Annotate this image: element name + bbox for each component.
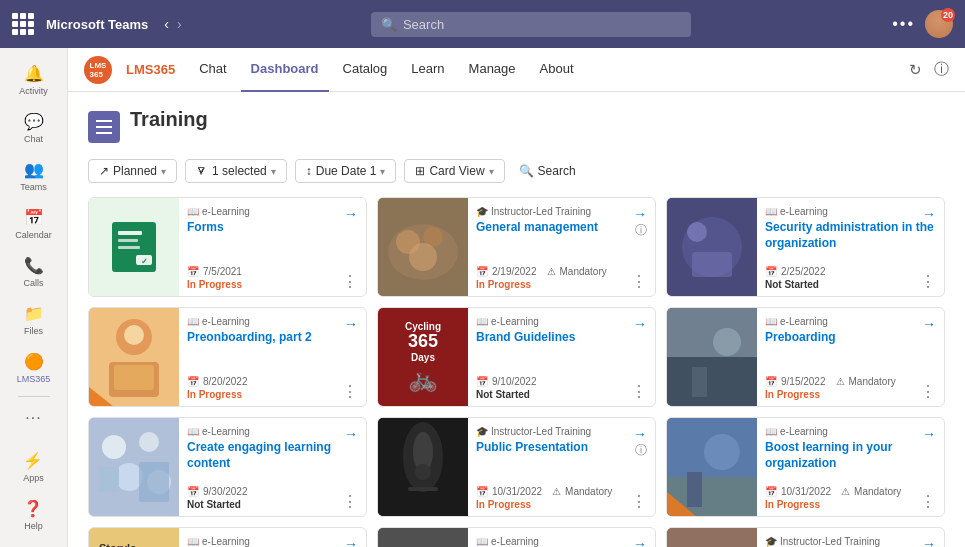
search-input[interactable] [371,12,691,37]
svg-rect-31 [139,462,169,502]
card-body-create-engaging: 📖 e-Learning Create engaging learning co… [179,418,366,516]
planned-filter[interactable]: ↗ Planned ▾ [88,159,177,183]
card-more-boost[interactable]: ⋮ [920,494,936,510]
svg-rect-40 [687,472,702,507]
card-title-boost[interactable]: Boost learning in your organization [765,440,936,482]
svg-rect-36 [408,487,438,491]
card-arrow-forms[interactable]: → [344,206,358,222]
card-arrow-basics[interactable]: → [922,536,936,547]
card-more-create[interactable]: ⋮ [342,494,358,510]
svg-point-26 [102,435,126,459]
nav-area: LMS365 LMS365 Chat Dashboard Catalog Lea… [68,48,965,547]
card-arrow-boost[interactable]: → [922,426,936,442]
grid-icon[interactable] [12,13,34,35]
card-tag-create: 📖 e-Learning [187,426,358,437]
card-status-gm: In Progress [476,279,647,290]
card-arrow-security[interactable]: → [922,206,936,222]
due-date-filter[interactable]: ↕ Due Date 1 ▾ [295,159,397,183]
card-meta-boost: 📅 10/31/2022 ⚠ Mandatory [765,486,936,497]
hamburger-line-1 [96,120,112,122]
card-more-preboarding[interactable]: ⋮ [920,384,936,400]
course-card-create-engaging: 📖 e-Learning Create engaging learning co… [88,417,367,517]
more-options-icon[interactable]: ••• [892,15,915,33]
card-arrow-create[interactable]: → [344,426,358,442]
card-info-public[interactable]: ⓘ [635,442,647,459]
card-title-gm[interactable]: General management [476,220,647,262]
card-status-preboarding: In Progress [765,389,936,400]
course-card-preboarding: 📖 e-Learning Preboarding 📅 9/15/2022 ⚠ M… [666,307,945,407]
card-tag-security: 📖 e-Learning [765,206,936,217]
selected-chevron: ▾ [271,166,276,177]
sidebar-item-teams[interactable]: 👥 Teams [0,152,67,200]
svg-text:Storyla..: Storyla.. [99,542,142,547]
card-title-forms[interactable]: Forms [187,220,358,262]
card-more-public[interactable]: ⋮ [631,494,647,510]
svg-point-18 [124,325,144,345]
sidebar-item-lms365[interactable]: 🟠 LMS365 [0,344,67,392]
card-arrow-gm[interactable]: → [633,206,647,222]
selection-filter[interactable]: ⛛ 1 selected ▾ [185,159,287,183]
search-wrap: 🔍 [371,12,691,37]
nav-item-dashboard[interactable]: Dashboard [241,48,329,92]
create-image-svg [89,418,179,516]
card-view-filter[interactable]: ⊞ Card View ▾ [404,159,504,183]
svg-rect-53 [667,528,757,547]
nav-item-manage[interactable]: Manage [459,48,526,92]
nav-back[interactable]: ‹ [164,16,169,32]
sidebar-item-more[interactable]: ··· [0,401,67,435]
info-icon[interactable]: ⓘ [934,60,949,79]
forms-icon-svg: ✓ [104,217,164,277]
refresh-icon[interactable]: ↻ [909,61,922,79]
card-arrow-public[interactable]: → [633,426,647,442]
card-more-preonboarding[interactable]: ⋮ [342,384,358,400]
hamburger-button[interactable] [88,111,120,143]
preboard-image-svg [667,308,757,406]
card-title-public[interactable]: Public Presentation [476,440,647,482]
card-title-security[interactable]: Security administration in the organizat… [765,220,936,262]
sidebar-item-help[interactable]: ❓ Help [19,491,48,539]
sidebar-item-apps[interactable]: ⚡ Apps [19,443,48,491]
nav-item-about[interactable]: About [530,48,584,92]
card-title-create[interactable]: Create engaging learning content [187,440,358,482]
calendar-icon: 📅 [24,208,44,227]
thumbnail-essential [378,528,468,547]
card-meta-public: 📅 10/31/2022 ⚠ Mandatory [476,486,647,497]
app-title: Microsoft Teams [46,17,148,32]
cal-icon-brand: 📅 [476,376,488,387]
nav-item-chat[interactable]: Chat [189,48,236,92]
course-card-boost-learning: 📖 e-Learning Boost learning in your orga… [666,417,945,517]
sidebar-item-chat[interactable]: 💬 Chat [0,104,67,152]
sidebar-item-activity[interactable]: 🔔 Activity [0,56,67,104]
nav-forward[interactable]: › [177,16,182,32]
card-arrow-preboarding[interactable]: → [922,316,936,332]
sidebar-item-calendar[interactable]: 📅 Calendar [0,200,67,248]
card-title-brand[interactable]: Brand Guidelines [476,330,647,372]
sidebar-item-calls[interactable]: 📞 Calls [0,248,67,296]
card-body-essential-business: 📖 e-Learning Essential Business Skills [468,528,655,547]
card-more-security[interactable]: ⋮ [920,274,936,290]
card-arrow-brand[interactable]: → [633,316,647,332]
course-card-public-presentation: 🎓 Instructor-Led Training Public Present… [377,417,656,517]
card-tag-boost: 📖 e-Learning [765,426,936,437]
card-more-brand[interactable]: ⋮ [631,384,647,400]
course-card-essential-business: 📖 e-Learning Essential Business Skills →… [377,527,656,547]
preonboard-image-svg [89,308,179,406]
card-info-gm[interactable]: ⓘ [635,222,647,239]
cycling-text: Cycling365Days [405,321,441,363]
card-title-preonboarding[interactable]: Preonboarding, part 2 [187,330,358,372]
card-more-forms[interactable]: ⋮ [342,274,358,290]
card-more-gm[interactable]: ⋮ [631,274,647,290]
card-arrow-enhance[interactable]: → [344,536,358,547]
nav-item-catalog[interactable]: Catalog [333,48,398,92]
nav-item-learn[interactable]: Learn [401,48,454,92]
card-meta-preonboarding: 📅 8/20/2022 [187,376,358,387]
card-status-forms: In Progress [187,279,358,290]
card-arrow-preonboarding[interactable]: → [344,316,358,332]
search-filter-button[interactable]: 🔍 Search [513,160,582,182]
sidebar-item-files[interactable]: 📁 Files [0,296,67,344]
svg-point-35 [415,464,431,480]
card-title-preboarding[interactable]: Preboarding [765,330,936,372]
card-arrow-essential[interactable]: → [633,536,647,547]
elearning-icon-pre: 📖 [187,316,199,327]
card-status-brand: Not Started [476,389,647,400]
